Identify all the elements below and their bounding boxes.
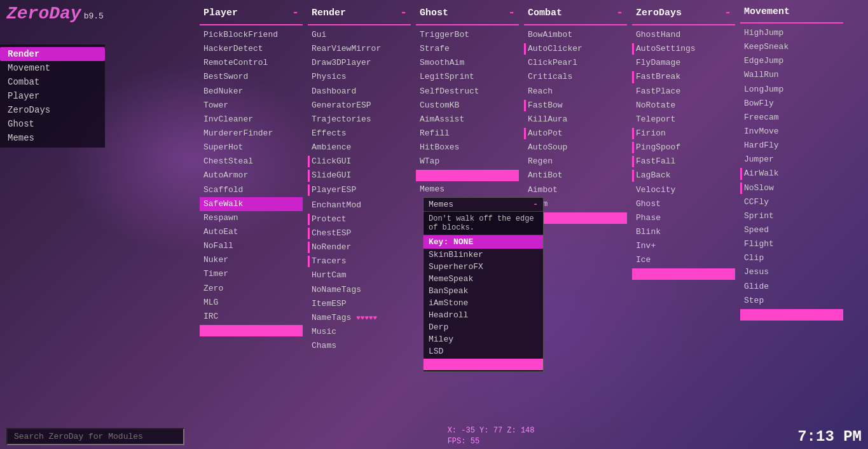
list-item[interactable]: InvCleaner [200, 113, 303, 127]
list-item[interactable]: Music [308, 325, 411, 339]
sidebar-item-render[interactable]: Render [0, 47, 105, 61]
list-item[interactable]: AutoSoup [524, 141, 627, 155]
list-item[interactable]: Effects [308, 127, 411, 141]
list-item[interactable]: BowFly [740, 97, 843, 111]
list-item[interactable]: FastPlace [632, 85, 735, 99]
list-item[interactable]: Inv+ [632, 239, 735, 253]
list-item[interactable]: Jesus [740, 265, 843, 279]
list-item[interactable]: AutoSettings [632, 42, 735, 56]
list-item[interactable]: PickBlockFriend [200, 28, 303, 42]
list-item[interactable]: NoRender [308, 240, 411, 254]
list-item[interactable]: Protect [308, 212, 411, 226]
list-item[interactable]: FastFall [632, 155, 735, 169]
memes-item[interactable]: SuperheroFX [424, 261, 543, 273]
memes-dropdown-minus[interactable]: - [533, 200, 538, 209]
list-item[interactable]: Teleport [632, 113, 735, 127]
list-item[interactable]: RearViewMirror [308, 42, 411, 56]
list-item[interactable]: HighJump [740, 26, 843, 40]
list-item[interactable]: Flight [740, 237, 843, 251]
list-item[interactable]: Clip [740, 251, 843, 265]
list-item[interactable]: Strafe [416, 42, 519, 56]
list-item[interactable]: AutoArmor [200, 169, 303, 183]
list-item[interactable]: HackerDetect [200, 42, 303, 56]
list-item[interactable]: AutoClicker [524, 42, 627, 56]
list-item[interactable]: TriggerBot [416, 28, 519, 42]
search-box[interactable] [6, 428, 184, 445]
list-item[interactable]: NoSlow [740, 181, 843, 195]
list-item[interactable]: BedNuker [200, 85, 303, 99]
list-item[interactable]: Velocity [632, 183, 735, 197]
list-item[interactable]: Tower [200, 99, 303, 113]
list-item[interactable]: Nuker [200, 253, 303, 267]
list-item[interactable]: BestSword [200, 70, 303, 84]
list-item[interactable]: ChestESP [308, 226, 411, 240]
memes-item[interactable]: SkinBlinker [424, 249, 543, 261]
memes-item[interactable]: BanSpeak [424, 285, 543, 297]
list-item[interactable]: RemoteControl [200, 56, 303, 70]
list-item[interactable]: Zero [200, 282, 303, 296]
list-item[interactable]: Tracers [308, 254, 411, 268]
list-item[interactable]: Freecam [740, 111, 843, 125]
list-item[interactable]: KeepSneak [740, 40, 843, 54]
list-item[interactable]: Regen [524, 155, 627, 169]
list-item[interactable]: FlyDamage [632, 56, 735, 70]
list-item[interactable]: FastBreak [632, 70, 735, 84]
list-item[interactable]: KillAura [524, 113, 627, 127]
list-item[interactable]: NameTags ♥♥♥♥♥ [308, 311, 411, 325]
list-item[interactable]: Chams [308, 339, 411, 353]
list-item[interactable]: CustomKB [416, 99, 519, 113]
list-item[interactable]: Criticals [524, 70, 627, 84]
list-item[interactable]: SuperHot [200, 141, 303, 155]
list-item[interactable]: FastBow [524, 99, 627, 113]
list-item[interactable]: AirWalk [740, 167, 843, 181]
memes-item[interactable]: LSD [424, 345, 543, 357]
list-item[interactable]: HardFly [740, 139, 843, 153]
list-item[interactable]: PlayerESP [308, 183, 411, 197]
list-item[interactable]: HurtCam [308, 268, 411, 282]
memes-item[interactable]: Miley [424, 333, 543, 345]
list-item[interactable]: EnchantMod [308, 198, 411, 212]
list-item[interactable]: Sprint [740, 209, 843, 223]
sidebar-item-combat[interactable]: Combat [0, 75, 105, 89]
list-item[interactable]: AutoEat [200, 225, 303, 239]
list-item[interactable]: Draw3DPlayer [308, 56, 411, 70]
list-item[interactable]: WallRun [740, 68, 843, 82]
list-item[interactable]: Blink [632, 225, 735, 239]
list-item[interactable]: WTap [416, 155, 519, 169]
memes-item[interactable]: Derp [424, 321, 543, 333]
list-item[interactable]: Reach [524, 85, 627, 99]
list-item[interactable]: SmoothAim [416, 56, 519, 70]
memes-keybind[interactable]: Key: NONE [424, 235, 543, 249]
list-item[interactable]: ClickGUI [308, 155, 411, 169]
memes-item[interactable]: iAmStone [424, 297, 543, 309]
list-item[interactable]: Gui [308, 28, 411, 42]
list-item[interactable]: Scaffold [200, 183, 303, 197]
list-item[interactable]: AntiBot [524, 169, 627, 183]
list-item[interactable]: Trajectories [308, 113, 411, 127]
list-item[interactable]: Dashboard [308, 85, 411, 99]
sidebar-item-memes[interactable]: Memes [0, 131, 105, 145]
list-item[interactable]: Ice [632, 253, 735, 267]
list-item[interactable]: Memes [416, 183, 519, 197]
list-item[interactable]: Glide [740, 280, 843, 294]
list-item[interactable]: EdgeJump [740, 54, 843, 68]
list-item[interactable]: PingSpoof [632, 141, 735, 155]
sidebar-item-ghost[interactable]: Ghost [0, 117, 105, 131]
list-item[interactable]: SlideGUI [308, 169, 411, 183]
list-item[interactable]: NoRotate [632, 99, 735, 113]
list-item[interactable]: NoNameTags [308, 283, 411, 297]
list-item[interactable]: InvMove [740, 125, 843, 139]
list-item[interactable]: MurdererFinder [200, 127, 303, 141]
list-item[interactable]: Phase [632, 211, 735, 225]
list-item[interactable]: Aimbot [524, 183, 627, 197]
list-item[interactable]: GeneratorESP [308, 99, 411, 113]
list-item[interactable]: Jumper [740, 153, 843, 167]
memes-item[interactable]: MemeSpeak [424, 273, 543, 285]
list-item[interactable]: Refill [416, 127, 519, 141]
list-item[interactable]: AimAssist [416, 113, 519, 127]
list-item[interactable]: GhostHand [632, 28, 735, 42]
list-item[interactable]: Speed [740, 223, 843, 237]
list-item[interactable]: LongJump [740, 83, 843, 97]
sidebar-item-movement[interactable]: Movement [0, 61, 105, 75]
memes-item[interactable]: Headroll [424, 309, 543, 321]
